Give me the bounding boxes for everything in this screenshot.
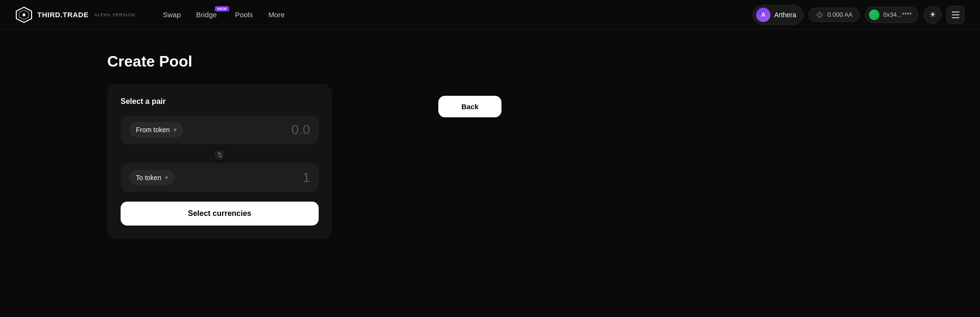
main-content: Create Pool Back Select a pair From toke… <box>0 30 980 239</box>
alpha-badge: ALPHA VERSION <box>94 12 135 17</box>
balance-icon <box>815 11 824 19</box>
navbar: THIRD.TRADE ALPHA VERSION Swap Bridge NE… <box>0 0 980 30</box>
user-pill[interactable]: A Arthera <box>753 5 803 25</box>
nav-right: A Arthera 0.000 AA 0x34...**** ☀ <box>753 5 965 25</box>
balance-text: 0.000 AA <box>827 11 853 18</box>
back-button[interactable]: Back <box>438 96 501 117</box>
page-title: Create Pool <box>107 53 980 70</box>
nav-pools[interactable]: Pools <box>228 7 260 22</box>
nav-links: Swap Bridge NEW Pools More <box>156 7 737 22</box>
from-amount-display: 0.0 <box>291 122 310 137</box>
svg-point-2 <box>22 13 25 16</box>
avatar: A <box>756 8 770 22</box>
select-currencies-button[interactable]: Select currencies <box>121 202 319 226</box>
from-token-chevron-icon: ▾ <box>174 126 177 133</box>
menu-line-2 <box>952 14 959 15</box>
theme-icon: ☀ <box>929 10 936 19</box>
from-token-selector[interactable]: From token ▾ <box>129 122 183 137</box>
from-token-row: From token ▾ 0.0 <box>121 115 319 144</box>
to-amount-display: 1 <box>302 170 310 185</box>
balance-pill[interactable]: 0.000 AA <box>808 8 860 22</box>
wallet-address: 0x34...**** <box>883 11 912 18</box>
wallet-dot-icon <box>869 10 880 20</box>
new-badge: NEW <box>215 6 229 11</box>
menu-line-1 <box>952 11 959 12</box>
nav-bridge[interactable]: Bridge NEW <box>189 7 226 22</box>
swap-direction-icon[interactable]: ⇅ <box>213 148 226 161</box>
swap-icon-wrapper: ⇅ <box>121 146 319 163</box>
to-token-selector[interactable]: To token ▾ <box>129 170 175 185</box>
logo[interactable]: THIRD.TRADE ALPHA VERSION <box>15 6 135 23</box>
to-token-label: To token <box>136 174 161 181</box>
content-area: Create Pool Back Select a pair From toke… <box>107 53 980 239</box>
logo-text: THIRD.TRADE <box>37 11 89 19</box>
menu-line-3 <box>952 17 959 18</box>
card-section-label: Select a pair <box>121 97 319 106</box>
nav-swap[interactable]: Swap <box>156 7 188 22</box>
from-token-label: From token <box>136 126 170 134</box>
theme-toggle-button[interactable]: ☀ <box>924 6 942 24</box>
to-token-row: To token ▾ 1 <box>121 163 319 192</box>
nav-more[interactable]: More <box>262 7 291 22</box>
menu-button[interactable] <box>947 6 965 24</box>
create-pool-card: Select a pair From token ▾ 0.0 ⇅ To toke… <box>107 84 332 239</box>
to-token-chevron-icon: ▾ <box>165 174 168 181</box>
wallet-pill[interactable]: 0x34...**** <box>865 7 919 23</box>
user-name: Arthera <box>774 11 796 19</box>
